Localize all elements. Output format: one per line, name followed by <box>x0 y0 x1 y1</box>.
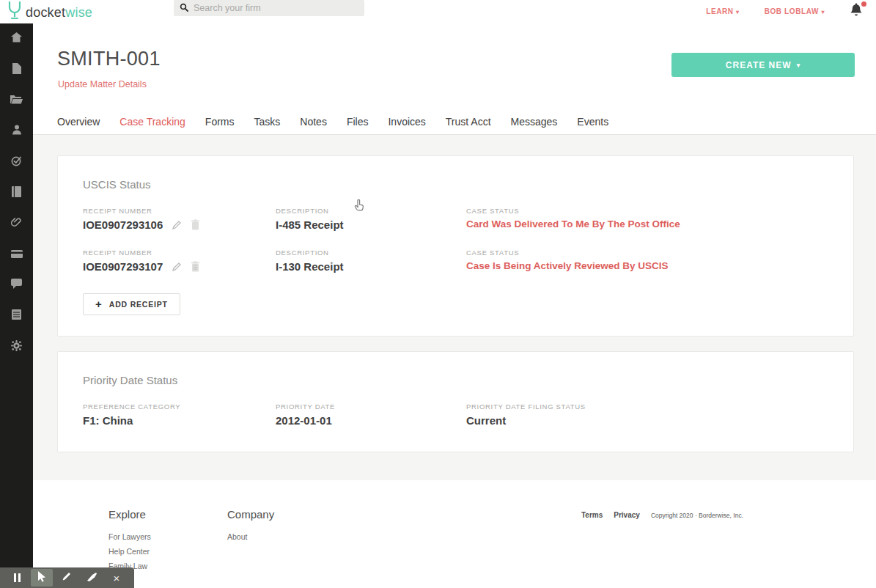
brand-name: docketwise <box>26 5 92 21</box>
description-label: DESCRIPTION <box>276 249 466 257</box>
cursor-tool-button[interactable] <box>31 569 53 587</box>
priority-filing-status-label: PRIORITY DATE FILING STATUS <box>466 403 828 411</box>
footer-company-column: Company About <box>227 508 274 547</box>
settings-gear-icon <box>11 340 22 354</box>
sidebar-item-notebook[interactable] <box>0 177 33 208</box>
priority-filing-status-value: Current <box>466 414 828 427</box>
ledger-icon <box>12 309 21 323</box>
case-status-label: CASE STATUS <box>466 249 828 257</box>
footer-link-about[interactable]: About <box>227 532 274 541</box>
footer-legal: Terms Privacy Copyright 2020 · Borderwis… <box>581 511 743 519</box>
chevron-down-icon: ▾ <box>821 9 825 15</box>
paperclip-icon <box>11 217 22 231</box>
matter-tabs: Overview Case Tracking Forms Tasks Notes… <box>33 109 876 135</box>
case-status-value: Card Was Delivered To Me By The Post Off… <box>466 218 828 229</box>
page-title: SMITH-001 <box>57 48 161 70</box>
contacts-icon <box>12 125 22 138</box>
page-footer: Explore For Lawyers Help Center Family L… <box>33 480 876 588</box>
receipt-number-value: IOE0907293107 <box>83 260 163 273</box>
sidebar-item-tasks[interactable] <box>0 147 33 177</box>
tab-forms[interactable]: Forms <box>205 116 235 128</box>
uscis-status-title: USCIS Status <box>83 178 828 191</box>
documents-icon <box>12 63 21 77</box>
edit-receipt-icon[interactable] <box>172 262 182 272</box>
tab-tasks[interactable]: Tasks <box>254 116 281 128</box>
messages-icon <box>11 279 22 292</box>
tab-events[interactable]: Events <box>577 116 608 128</box>
pause-button[interactable] <box>6 569 28 587</box>
matter-header: SMITH-001 Update Matter Details CREATE N… <box>33 23 876 109</box>
tab-case-tracking[interactable]: Case Tracking <box>119 116 185 128</box>
footer-explore-column: Explore For Lawyers Help Center Family L… <box>108 508 151 576</box>
receipt-number-label: RECEIPT NUMBER <box>83 207 276 215</box>
docketwise-logo-icon <box>7 1 22 23</box>
docketwise-logo[interactable]: docketwise <box>7 1 92 23</box>
tab-files[interactable]: Files <box>347 116 369 128</box>
sidebar-item-attachments[interactable] <box>0 208 33 239</box>
app-sidebar <box>0 23 33 588</box>
footer-link-for-lawyers[interactable]: For Lawyers <box>108 532 151 541</box>
create-new-button[interactable]: CREATE NEW ▾ <box>671 53 855 77</box>
delete-receipt-icon[interactable] <box>191 261 200 272</box>
edit-receipt-icon[interactable] <box>172 220 182 230</box>
case-tracking-content: USCIS Status RECEIPT NUMBER IOE090729310… <box>33 135 876 480</box>
top-right-menu: LEARN ▾ BOB LOBLAW ▾ <box>706 0 864 22</box>
priority-date-title: Priority Date Status <box>83 374 828 386</box>
notification-badge <box>861 1 866 7</box>
update-matter-details-link[interactable]: Update Matter Details <box>58 79 147 89</box>
pen-tool-button[interactable] <box>56 569 78 587</box>
highlighter-icon <box>86 571 97 584</box>
close-icon: × <box>114 573 120 584</box>
chevron-down-icon: ▾ <box>797 62 801 69</box>
sidebar-item-settings[interactable] <box>0 331 33 362</box>
tab-trust-acct[interactable]: Trust Acct <box>446 116 491 128</box>
highlighter-tool-button[interactable] <box>81 569 103 587</box>
sidebar-item-billing[interactable] <box>0 239 33 270</box>
delete-receipt-icon[interactable] <box>191 219 200 230</box>
billing-card-icon <box>11 248 23 261</box>
tab-messages[interactable]: Messages <box>511 116 558 128</box>
footer-terms-link[interactable]: Terms <box>581 511 603 519</box>
sidebar-item-contacts[interactable] <box>0 116 33 147</box>
footer-link-help-center[interactable]: Help Center <box>108 547 151 556</box>
arrow-cursor-icon <box>37 571 47 585</box>
close-recorder-button[interactable]: × <box>106 569 128 587</box>
tab-overview[interactable]: Overview <box>57 116 100 128</box>
main-area: SMITH-001 Update Matter Details CREATE N… <box>33 23 876 588</box>
app-screen: docketwise LEARN ▾ BOB LOBLAW ▾ <box>0 0 876 588</box>
receipt-number-label: RECEIPT NUMBER <box>83 249 276 257</box>
footer-privacy-link[interactable]: Privacy <box>614 511 640 519</box>
pause-icon <box>14 573 21 582</box>
top-bar: docketwise LEARN ▾ BOB LOBLAW ▾ <box>0 0 876 23</box>
description-label: DESCRIPTION <box>276 207 466 215</box>
sidebar-item-matters[interactable] <box>0 85 33 116</box>
notifications-bell-icon[interactable] <box>850 3 864 19</box>
preference-category-value: F1: China <box>83 414 276 427</box>
sidebar-item-messages[interactable] <box>0 270 33 301</box>
sidebar-item-home[interactable] <box>0 23 33 54</box>
user-menu[interactable]: BOB LOBLAW ▾ <box>765 7 825 15</box>
sidebar-item-ledger[interactable] <box>0 301 33 331</box>
tab-notes[interactable]: Notes <box>300 116 327 128</box>
learn-menu[interactable]: LEARN ▾ <box>706 7 739 15</box>
receipt-number-value: IOE0907293106 <box>83 218 163 231</box>
receipt-row: RECEIPT NUMBER IOE0907293106 DES <box>83 207 828 231</box>
chevron-down-icon: ▾ <box>736 9 740 15</box>
description-value: I-485 Receipt <box>276 218 466 231</box>
search-input[interactable] <box>194 3 358 13</box>
tasks-check-icon <box>11 155 22 169</box>
footer-explore-title: Explore <box>108 508 151 521</box>
priority-date-row: PREFERENCE CATEGORY F1: China PRIORITY D… <box>83 403 828 427</box>
notebook-icon <box>12 186 21 200</box>
tab-invoices[interactable]: Invoices <box>388 116 425 128</box>
pen-icon <box>62 571 72 584</box>
footer-company-title: Company <box>227 508 274 521</box>
receipt-row: RECEIPT NUMBER IOE0907293107 DES <box>83 249 828 273</box>
search-icon <box>180 1 188 15</box>
add-receipt-button[interactable]: + ADD RECEIPT <box>83 293 180 315</box>
case-status-label: CASE STATUS <box>466 207 828 215</box>
preference-category-label: PREFERENCE CATEGORY <box>83 403 276 411</box>
sidebar-item-documents[interactable] <box>0 54 33 85</box>
footer-copyright: Copyright 2020 · Borderwise, Inc. <box>651 512 743 519</box>
recorder-toolbar: × <box>0 567 134 588</box>
